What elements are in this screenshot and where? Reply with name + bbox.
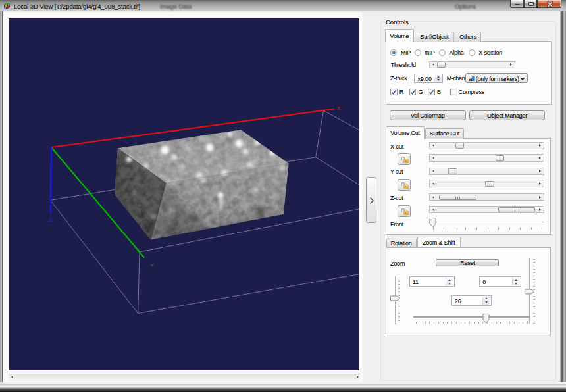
svg-text:Y: Y bbox=[150, 262, 154, 268]
svg-text:Z: Z bbox=[49, 217, 53, 223]
svg-text:X: X bbox=[337, 105, 341, 111]
